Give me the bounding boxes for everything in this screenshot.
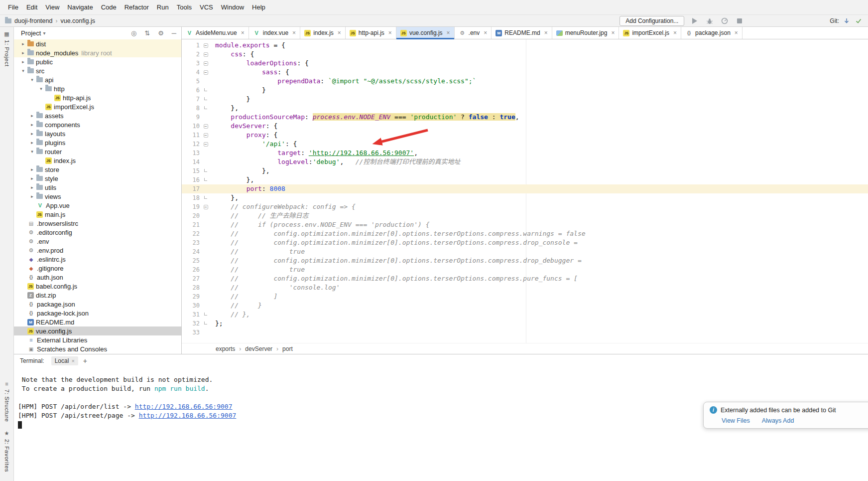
tree-item-scratches-and-consoles[interactable]: ▣Scratches and Consoles — [14, 344, 181, 353]
tree-item-src[interactable]: ▾src — [14, 66, 181, 75]
code-text[interactable]: // config.optimization.minimizer[0].opti… — [213, 238, 578, 247]
chevron-down-icon[interactable]: ▾ — [29, 149, 35, 154]
tree-item-readme-md[interactable]: MREADME.md — [14, 318, 181, 326]
tool-button-7-structure[interactable]: ≡7: Structure — [4, 377, 10, 426]
tree-item-views[interactable]: ▸views — [14, 192, 181, 201]
stop-icon[interactable] — [735, 16, 744, 25]
menu-code[interactable]: Code — [97, 2, 121, 12]
code-text[interactable]: proxy: { — [213, 131, 277, 140]
tree-item-router[interactable]: ▾router — [14, 147, 181, 156]
code-text[interactable]: // if (process.env.NODE_ENV === 'product… — [213, 220, 429, 229]
menu-run[interactable]: Run — [153, 2, 173, 12]
tree-item-env-prod[interactable]: ⚙.env.prod — [14, 246, 181, 255]
chevron-right-icon[interactable]: ▸ — [29, 167, 35, 172]
tab-close-icon[interactable]: × — [484, 29, 487, 36]
code-text[interactable]: logLevel:'debug', //控制台终端打印代理前的真实地址 — [213, 158, 460, 166]
fold-collapse-icon[interactable]: − — [200, 61, 212, 66]
code-text[interactable]: devServer: { — [213, 122, 277, 131]
fold-end-icon[interactable] — [200, 196, 212, 200]
fold-collapse-icon[interactable]: − — [200, 52, 212, 57]
fold-collapse-icon[interactable]: − — [200, 43, 212, 48]
tree-item-components[interactable]: ▸components — [14, 120, 181, 129]
code-text[interactable]: port: 8008 — [213, 184, 285, 193]
editor-pane[interactable]: 1−module.exports = {2− css: {3− loaderOp… — [182, 39, 868, 343]
code-text[interactable]: '/api': { — [213, 140, 297, 149]
fold-collapse-icon[interactable]: − — [200, 133, 212, 138]
fold-collapse-icon[interactable]: − — [200, 70, 212, 75]
tree-item-auth-json[interactable]: {}auth.json — [14, 273, 181, 282]
breadcrumb-item-duoji-frontend[interactable]: duoji-frontend — [14, 17, 52, 24]
fold-end-icon[interactable] — [200, 313, 212, 317]
tree-item-http[interactable]: ▾http — [14, 84, 181, 93]
tree-item-dist-zip[interactable]: Zdist.zip — [14, 291, 181, 300]
tool-button-2-favorites[interactable]: ★2: Favorites — [4, 426, 10, 476]
tab-readme-md[interactable]: MREADME.md× — [492, 27, 552, 39]
breadcrumb-item-vue-config-js[interactable]: vue.config.js — [60, 17, 95, 24]
chevron-right-icon[interactable]: ▸ — [29, 185, 35, 190]
code-text[interactable]: // }, — [213, 310, 250, 319]
tab-package-json[interactable]: {}package.json× — [681, 27, 743, 39]
fold-end-icon[interactable] — [200, 106, 212, 111]
fold-end-icon[interactable] — [200, 88, 212, 93]
code-text[interactable]: sass: { — [213, 68, 289, 77]
hide-panel-icon[interactable]: ─ — [172, 29, 176, 37]
tab-env[interactable]: ⚙.env× — [455, 27, 492, 39]
chevron-down-icon[interactable]: ▾ — [43, 30, 45, 36]
chevron-down-icon[interactable]: ▾ — [29, 77, 35, 82]
tree-item-index-js[interactable]: JSindex.js — [14, 156, 181, 165]
tree-item-external-libraries[interactable]: ≡External Libraries — [14, 335, 181, 344]
locate-icon[interactable]: ◎ — [131, 29, 136, 37]
profiler-icon[interactable] — [720, 16, 729, 25]
tree-item-gitignore[interactable]: ◆.gitignore — [14, 264, 181, 273]
code-text[interactable]: } — [213, 95, 250, 104]
tree-item-assets[interactable]: ▸assets — [14, 111, 181, 120]
tree-item-env[interactable]: ⚙.env — [14, 237, 181, 246]
code-text[interactable]: // 'console.log' — [213, 283, 340, 292]
tab-http-api-js[interactable]: JShttp-api.js× — [346, 27, 396, 39]
code-text[interactable]: prependData: `@import "~@/assets/scss/st… — [213, 77, 476, 86]
tree-item-package-json[interactable]: {}package.json — [14, 300, 181, 309]
code-text[interactable]: // } — [213, 301, 262, 310]
code-text[interactable]: } — [213, 86, 266, 95]
code-text[interactable]: // ] — [213, 292, 277, 301]
tree-item-editorconfig[interactable]: ⚙.editorconfig — [14, 228, 181, 237]
git-commit-icon[interactable] — [854, 16, 863, 25]
code-text[interactable]: }, — [213, 166, 270, 175]
notification-link-always-add[interactable]: Always Add — [762, 417, 794, 424]
chevron-down-icon[interactable]: ▾ — [38, 86, 44, 91]
terminal-link[interactable]: http://192.168.66.56:9007 — [139, 412, 237, 419]
menu-help[interactable]: Help — [248, 2, 269, 12]
tree-item-http-api-js[interactable]: JShttp-api.js — [14, 93, 181, 102]
terminal-tab-local[interactable]: Local × — [51, 356, 78, 365]
tree-item-node-modules[interactable]: ▸node_moduleslibrary root — [14, 48, 181, 57]
tab-close-icon[interactable]: × — [611, 29, 615, 36]
tree-item-plugins[interactable]: ▸plugins — [14, 138, 181, 147]
chevron-right-icon[interactable]: ▸ — [29, 140, 35, 145]
code-text[interactable]: // config.optimization.minimizer[0].opti… — [213, 256, 582, 265]
tab-importexcel-js[interactable]: JSimportExcel.js× — [619, 27, 681, 39]
menu-tools[interactable]: Tools — [173, 2, 196, 12]
code-text[interactable]: // true — [213, 247, 305, 256]
tree-item-main-js[interactable]: JSmain.js — [14, 210, 181, 219]
tab-close-icon[interactable]: × — [292, 29, 296, 36]
new-terminal-tab-button[interactable]: + — [83, 357, 87, 365]
chevron-right-icon[interactable]: ▸ — [29, 113, 35, 118]
tab-close-icon[interactable]: × — [388, 29, 392, 36]
code-text[interactable]: }, — [213, 104, 239, 113]
chevron-right-icon[interactable]: ▸ — [29, 194, 35, 199]
tree-item-vue-config-js[interactable]: JSvue.config.js — [14, 326, 181, 335]
tab-close-icon[interactable]: × — [673, 29, 677, 36]
tree-item-style[interactable]: ▸style — [14, 174, 181, 183]
tab-index-js[interactable]: JSindex.js× — [300, 27, 346, 39]
tab-close-icon[interactable]: × — [338, 29, 341, 36]
fold-collapse-icon[interactable]: − — [200, 142, 212, 147]
menu-refactor[interactable]: Refactor — [121, 2, 153, 12]
menu-navigate[interactable]: Navigate — [63, 2, 97, 12]
menu-edit[interactable]: Edit — [22, 2, 41, 12]
chevron-down-icon[interactable]: ▾ — [20, 68, 26, 73]
code-text[interactable]: }, — [213, 193, 239, 202]
tab-close-icon[interactable]: × — [735, 29, 738, 36]
fold-end-icon[interactable] — [200, 169, 212, 173]
settings-gear-icon[interactable]: ⚙ — [158, 29, 164, 37]
menu-file[interactable]: File — [4, 2, 22, 12]
